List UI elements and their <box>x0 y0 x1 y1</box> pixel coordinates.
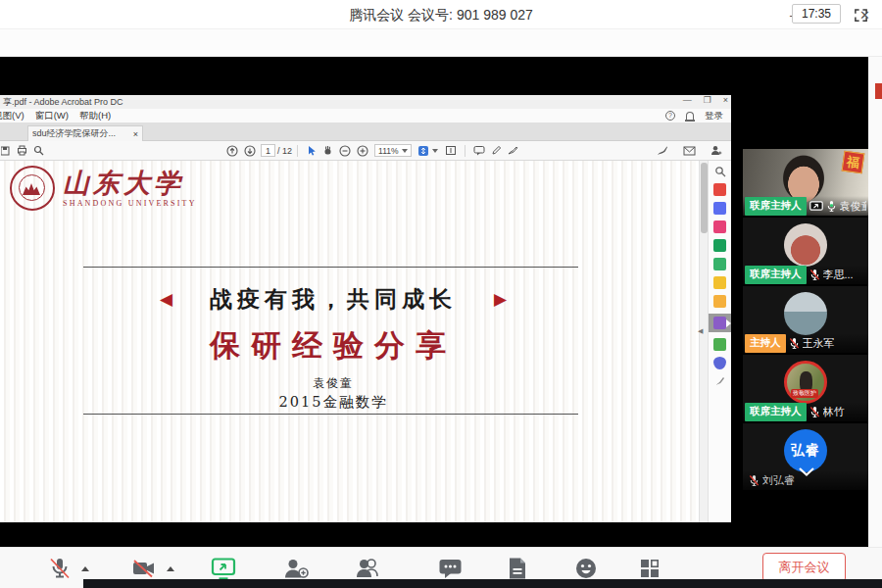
pencil-edit-icon[interactable] <box>491 145 502 156</box>
tab-close-icon[interactable]: × <box>133 129 138 139</box>
combine-files-tool-icon[interactable] <box>713 239 726 252</box>
fullscreen-icon <box>854 8 868 23</box>
menu-help[interactable]: 帮助(H) <box>79 109 111 122</box>
meeting-titlebar: 腾讯会议 会议号: 901 989 027 <box>0 0 882 29</box>
share-screen-button[interactable] <box>210 556 237 582</box>
zoom-out-icon[interactable] <box>339 145 351 157</box>
menu-window[interactable]: 窗口(W) <box>35 109 69 122</box>
export-pdf-tool-icon[interactable] <box>713 183 726 196</box>
select-tool-icon[interactable] <box>306 145 317 157</box>
send-for-signature-tool-icon[interactable] <box>713 338 726 351</box>
panel-collapse-icon[interactable]: ◀ <box>698 327 703 335</box>
participant-avatar <box>784 292 827 335</box>
acrobat-restore-button[interactable]: ❐ <box>704 95 711 109</box>
camera-control[interactable] <box>130 556 174 581</box>
mic-muted-icon <box>809 406 820 418</box>
send-email-icon[interactable] <box>683 146 696 156</box>
invite-button[interactable] <box>282 556 310 581</box>
comment-tool-icon[interactable] <box>713 295 726 308</box>
page-total-label: / 12 <box>277 146 292 156</box>
print-icon[interactable] <box>17 145 27 156</box>
participant-name: 刘弘睿 <box>762 473 795 488</box>
find-icon[interactable] <box>33 145 44 156</box>
participant-tile[interactable]: 联席主持人 李思... <box>743 218 868 284</box>
university-seal-icon <box>10 166 55 211</box>
add-person-icon <box>282 556 310 581</box>
help-icon[interactable]: ? <box>665 111 675 121</box>
vertical-scrollbar[interactable] <box>699 161 708 522</box>
divider-top <box>83 267 578 268</box>
mic-options-caret[interactable] <box>81 566 89 571</box>
organize-pages-tool-icon[interactable] <box>713 258 726 270</box>
reactions-button[interactable] <box>573 556 599 581</box>
menu-view[interactable]: 视图(V) <box>0 109 24 122</box>
host-badge: 主持人 <box>745 334 786 353</box>
pdf-page: 山东大学 SHANDONG UNIVERSITY ◀ 战疫有我，共同成长 ▶ 保… <box>0 161 699 522</box>
fullscreen-button[interactable] <box>851 5 870 24</box>
comment-icon[interactable] <box>473 145 485 156</box>
mic-control[interactable] <box>47 556 89 581</box>
share-person-icon[interactable] <box>710 145 722 156</box>
zoom-in-icon[interactable] <box>357 145 368 157</box>
edit-pdf-tool-icon[interactable] <box>713 202 726 215</box>
acrobat-close-button[interactable]: × <box>723 95 728 109</box>
document-tab[interactable]: sdu经济学院保研分... × <box>27 125 143 142</box>
camera-options-caret[interactable] <box>167 566 174 571</box>
certificates-tool-icon[interactable] <box>714 375 726 387</box>
fill-sign-tool-selected[interactable] <box>709 314 732 332</box>
search-tool-icon[interactable] <box>714 166 726 177</box>
chat-icon <box>437 556 464 581</box>
fit-width-icon[interactable] <box>445 145 457 156</box>
university-name-en: SHANDONG UNIVERSITY <box>63 199 197 208</box>
participants-button[interactable] <box>354 556 383 581</box>
zoom-level-select[interactable]: 111% <box>374 144 411 157</box>
meeting-statusbar <box>0 29 882 57</box>
next-page-icon[interactable] <box>244 145 256 157</box>
participant-name: 李思... <box>823 268 854 282</box>
page-display-icon[interactable] <box>417 145 429 157</box>
previous-page-icon[interactable] <box>226 145 238 157</box>
acrobat-document-area: 山东大学 SHANDONG UNIVERSITY ◀ 战疫有我，共同成长 ▶ 保… <box>0 161 731 522</box>
hand-tool-icon[interactable] <box>322 145 333 156</box>
background-window-sliver <box>875 83 882 99</box>
hidden-taskbar-edge[interactable] <box>83 579 882 588</box>
layout-button[interactable] <box>637 556 662 581</box>
protect-tool-icon[interactable] <box>713 357 726 369</box>
participant-avatar <box>784 223 827 267</box>
participant-tile[interactable]: 主持人 王永军 <box>743 286 868 353</box>
mic-muted-icon <box>789 337 800 350</box>
sign-in-link[interactable]: 登录 <box>705 110 723 122</box>
participant-tile[interactable]: 弘睿 刘弘睿 <box>743 423 868 490</box>
chat-button[interactable] <box>437 556 464 581</box>
right-arrow-glyph: ▶ <box>494 289 507 310</box>
slide-cohort: 2015金融数学 <box>0 393 666 412</box>
participant-tile[interactable]: 致敬医护 联席主持人 林竹 <box>743 355 868 421</box>
acrobat-tools-panel <box>708 161 731 522</box>
university-logo: 山东大学 SHANDONG UNIVERSITY <box>10 166 197 211</box>
fu-decoration: 福 <box>842 151 865 174</box>
leave-meeting-button[interactable]: 离开会议 <box>762 553 846 582</box>
docs-button[interactable] <box>506 556 529 581</box>
compress-pdf-tool-icon[interactable] <box>713 276 726 289</box>
participants-icon <box>354 556 383 581</box>
notifications-bell-icon[interactable] <box>686 112 694 120</box>
save-icon[interactable] <box>1 146 11 156</box>
slide-title: 保研经验分享 <box>0 325 666 367</box>
fill-sign-icon[interactable] <box>508 145 518 156</box>
acrobat-menubar: 视图(V) 窗口(W) 帮助(H) <box>0 109 731 122</box>
collapse-list-chevron-icon[interactable] <box>798 466 815 477</box>
acrobat-tabbar: sdu经济学院保研分... × <box>0 122 731 141</box>
mic-muted-icon <box>749 474 760 487</box>
cohost-badge: 联席主持人 <box>745 403 807 421</box>
scrollbar-thumb[interactable] <box>701 163 708 233</box>
participant-tile-video[interactable]: 福 联席主持人 袁俊童 <box>743 149 868 216</box>
page-number-input[interactable]: 1 <box>261 144 275 157</box>
create-pdf-tool-icon[interactable] <box>713 220 726 233</box>
fill-sign-tool-icon <box>713 317 726 329</box>
camera-off-icon <box>130 556 158 581</box>
participant-avatar: 致敬医护 <box>784 361 827 404</box>
signature-pen-icon[interactable] <box>657 145 668 156</box>
meeting-title: 腾讯会议 会议号: 901 989 027 <box>0 0 882 29</box>
acrobat-window-controls: — ❐ × <box>683 95 728 109</box>
acrobat-minimize-button[interactable]: — <box>683 95 692 109</box>
